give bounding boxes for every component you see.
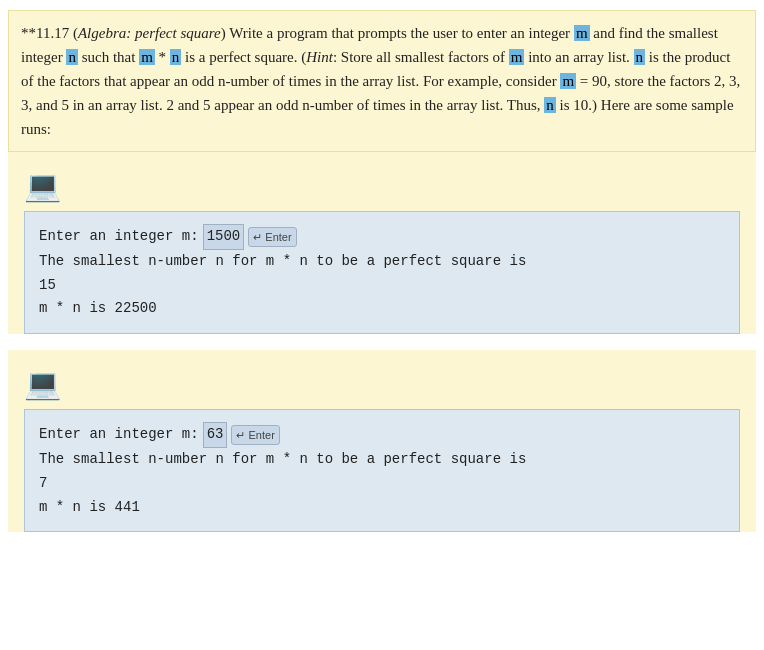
sample-section-1: 💻 Enter an integer m: 1500 ↵ Enter The s… [8,152,756,334]
output-line3-1: m * n is 22500 [39,297,725,321]
highlight-n-4: n [544,97,556,113]
enter-badge-1: ↵ Enter [248,227,296,248]
highlight-m-3: m [509,49,525,65]
highlight-n-2: n [170,49,182,65]
highlight-n-1: n [66,49,78,65]
laptop-icon-1: 💻 [24,168,756,203]
prompt-text-2: Enter an integer m: [39,423,199,447]
highlight-m-1: m [574,25,590,41]
highlight-n-3: n [634,49,646,65]
problem-number: **11.17 [21,25,69,41]
laptop-icon-2: 💻 [24,366,756,401]
output-line1-2: The smallest n-umber n for m * n to be a… [39,448,725,472]
output-line3-2: m * n is 441 [39,496,725,520]
highlight-m-2: m [139,49,155,65]
problem-title: Algebra: perfect square [78,25,221,41]
input-line-1: Enter an integer m: 1500 ↵ Enter [39,224,725,250]
sample-section-2: 💻 Enter an integer m: 63 ↵ Enter The sma… [8,350,756,532]
main-container: **11.17 (Algebra: perfect square) Write … [0,0,764,550]
enter-badge-2: ↵ Enter [231,425,279,446]
hint-label: Hint [306,49,333,65]
highlight-m-4: m [560,73,576,89]
output-line2-2: 7 [39,472,725,496]
input-value-1: 1500 [203,224,245,250]
terminal-box-2: Enter an integer m: 63 ↵ Enter The small… [24,409,740,532]
terminal-box-1: Enter an integer m: 1500 ↵ Enter The sma… [24,211,740,334]
input-value-2: 63 [203,422,228,448]
problem-text: **11.17 (Algebra: perfect square) Write … [8,10,756,152]
input-line-2: Enter an integer m: 63 ↵ Enter [39,422,725,448]
divider [8,342,756,350]
prompt-text-1: Enter an integer m: [39,225,199,249]
output-line1-1: The smallest n-umber n for m * n to be a… [39,250,725,274]
output-line2-1: 15 [39,274,725,298]
